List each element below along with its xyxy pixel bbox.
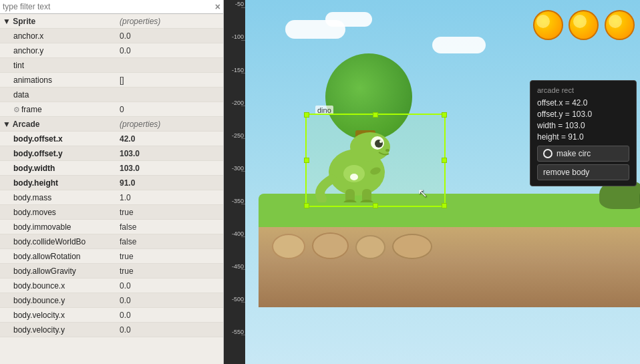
property-row[interactable]: data bbox=[0, 87, 223, 102]
property-label: data bbox=[0, 89, 117, 101]
property-row[interactable]: body.allowRotationtrue bbox=[0, 249, 223, 264]
property-value[interactable]: 1.0 bbox=[117, 192, 223, 204]
property-row[interactable]: body.movestrue bbox=[0, 205, 223, 220]
property-value[interactable] bbox=[117, 94, 223, 96]
property-value[interactable]: 42.0 bbox=[117, 133, 223, 145]
property-row[interactable]: anchor.x0.0 bbox=[0, 29, 223, 43]
property-value[interactable]: 0.0 bbox=[117, 280, 223, 292]
ruler-tick: -150 bbox=[224, 73, 245, 73]
property-row[interactable]: body.bounce.x0.0 bbox=[0, 279, 223, 293]
property-value[interactable]: 0.0 bbox=[117, 295, 223, 307]
filter-input[interactable] bbox=[3, 2, 215, 11]
ruler-line bbox=[241, 204, 245, 204]
property-value[interactable]: 0 bbox=[117, 104, 223, 116]
filter-bar: × bbox=[0, 0, 223, 14]
property-row[interactable]: body.immovablefalse bbox=[0, 220, 223, 234]
svg-point-6 bbox=[385, 149, 389, 152]
property-value[interactable]: 0.0 bbox=[117, 45, 223, 57]
filter-clear-button[interactable]: × bbox=[215, 1, 220, 12]
popup-title: arcade rect bbox=[537, 86, 629, 94]
property-value[interactable]: 103.0 bbox=[117, 162, 223, 174]
svg-point-5 bbox=[379, 140, 382, 143]
ruler-line bbox=[241, 106, 245, 106]
remove-body-button[interactable]: remove body bbox=[537, 164, 629, 180]
property-row[interactable]: body.velocity.x0.0 bbox=[0, 308, 223, 323]
game-area: -50-100-150-200-250-300-350-400-450-500-… bbox=[224, 0, 640, 364]
property-row[interactable]: body.collideWorldBofalse bbox=[0, 234, 223, 249]
game-scene: dino bbox=[245, 0, 640, 364]
ruler-line bbox=[241, 335, 245, 335]
stone-detail-3 bbox=[355, 235, 385, 259]
property-label: ▼ Sprite bbox=[0, 15, 117, 27]
property-row[interactable]: body.allowGravitytrue bbox=[0, 264, 223, 279]
svg-point-8 bbox=[350, 174, 358, 180]
property-row[interactable]: body.height91.0 bbox=[0, 176, 223, 190]
property-value[interactable]: false bbox=[117, 221, 223, 233]
ruler-label: -550 bbox=[232, 329, 244, 335]
property-row[interactable]: anchor.y0.0 bbox=[0, 43, 223, 58]
svg-point-12 bbox=[360, 200, 373, 202]
properties-list: ▼ Sprite(properties)anchor.x0.0anchor.y0… bbox=[0, 14, 223, 364]
ruler-line bbox=[241, 302, 245, 303]
property-row[interactable]: body.mass1.0 bbox=[0, 190, 223, 205]
ruler-tick: -300 bbox=[224, 171, 245, 172]
ruler-label: -50 bbox=[235, 1, 244, 7]
handle-mr[interactable] bbox=[442, 158, 447, 163]
handle-tr[interactable] bbox=[442, 112, 447, 118]
property-row[interactable]: body.offset.x42.0 bbox=[0, 132, 223, 146]
ruler-line bbox=[241, 269, 245, 270]
property-value[interactable]: 0.0 bbox=[117, 309, 223, 321]
ruler-tick: -350 bbox=[224, 204, 245, 204]
property-label: body.width bbox=[0, 162, 117, 174]
property-label: body.bounce.y bbox=[0, 295, 117, 307]
property-label: ▼ Arcade bbox=[0, 118, 117, 130]
property-value[interactable]: 91.0 bbox=[117, 177, 223, 189]
property-row[interactable]: tint bbox=[0, 58, 223, 73]
property-row[interactable]: body.offset.y103.0 bbox=[0, 146, 223, 161]
ruler-label: -450 bbox=[232, 263, 244, 270]
property-value[interactable]: true bbox=[117, 265, 223, 277]
property-value[interactable]: 0.0 bbox=[117, 30, 223, 42]
property-value[interactable]: true bbox=[117, 250, 223, 262]
property-value[interactable]: 0.0 bbox=[117, 324, 223, 336]
property-row[interactable]: ▼ Sprite(properties) bbox=[0, 14, 223, 29]
property-label: body.collideWorldBo bbox=[0, 236, 117, 248]
property-value[interactable]: false bbox=[117, 236, 223, 248]
property-label: body.offset.y bbox=[0, 148, 117, 160]
dino-sprite[interactable] bbox=[309, 112, 412, 202]
ruler-line bbox=[241, 138, 245, 139]
property-value[interactable]: 103.0 bbox=[117, 148, 223, 160]
property-row[interactable]: body.width103.0 bbox=[0, 161, 223, 176]
property-label: body.mass bbox=[0, 192, 117, 204]
coin-inner-3 bbox=[609, 15, 622, 28]
property-row[interactable]: animations[] bbox=[0, 73, 223, 87]
make-circ-button[interactable]: make circ bbox=[537, 146, 629, 162]
properties-panel: × ▼ Sprite(properties)anchor.x0.0anchor.… bbox=[0, 0, 224, 364]
property-row[interactable]: body.bounce.y0.0 bbox=[0, 293, 223, 308]
ruler-tick: -250 bbox=[224, 138, 245, 139]
popup-offset-x: offset.x = 42.0 bbox=[537, 98, 629, 108]
ruler-line bbox=[241, 236, 245, 237]
property-row[interactable]: body.velocity.y0.0 bbox=[0, 323, 223, 337]
property-value: (properties) bbox=[117, 118, 223, 130]
property-value: (properties) bbox=[117, 15, 223, 27]
property-value[interactable]: true bbox=[117, 206, 223, 218]
ruler-tick: -550 bbox=[224, 335, 245, 335]
property-value[interactable]: [] bbox=[117, 74, 223, 86]
circle-icon bbox=[543, 149, 552, 158]
ruler-label: -200 bbox=[232, 100, 244, 106]
property-row[interactable]: ⚙frame0 bbox=[0, 102, 223, 117]
property-label: body.immovable bbox=[0, 221, 117, 233]
property-row[interactable]: ▼ Arcade(properties) bbox=[0, 117, 223, 132]
ruler-tick: -450 bbox=[224, 269, 245, 270]
property-label: body.velocity.x bbox=[0, 309, 117, 321]
make-circ-label: make circ bbox=[556, 149, 591, 158]
coin-inner-2 bbox=[573, 15, 587, 28]
svg-point-2 bbox=[350, 132, 390, 162]
property-value[interactable] bbox=[117, 64, 223, 67]
ruler-tick: -50 bbox=[224, 7, 245, 8]
ruler-line bbox=[241, 40, 245, 41]
ruler-label: -150 bbox=[232, 67, 244, 73]
cursor-arrow: ↖ bbox=[418, 186, 428, 200]
cloud-3 bbox=[432, 37, 486, 53]
